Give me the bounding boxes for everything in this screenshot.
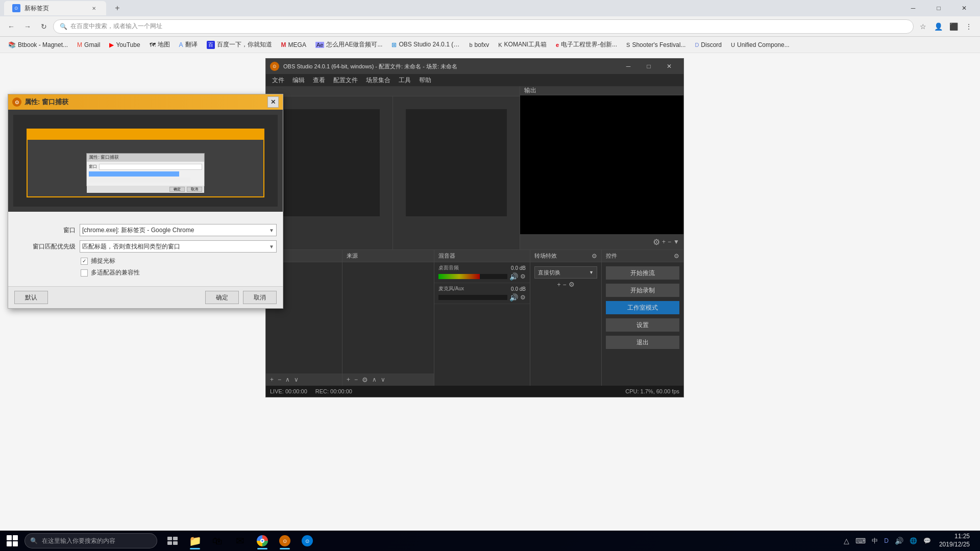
obs-transition-dropdown[interactable]: 直接切换 ▼ [534,266,597,279]
dialog-checkbox2[interactable] [81,269,88,277]
tray-network-icon[interactable]: 🌐 [908,537,919,544]
obs-source-up-icon[interactable]: ∧ [372,376,377,383]
obs-transitions-settings-icon[interactable]: ⚙ [592,253,597,260]
taskbar-search-box[interactable]: 🔍 在这里输入你要搜索的内容 [24,533,157,548]
obs-studio-mode-btn[interactable]: 工作室模式 [606,301,679,314]
obs-menu-edit[interactable]: 编辑 [288,74,309,86]
dialog-preview-content: 属性: 窗口捕获 窗口 [13,115,278,207]
obs-minimize-btn[interactable]: ─ [618,59,639,74]
tab-close-btn[interactable]: ✕ [90,4,98,12]
obs-scene-down-icon[interactable]: ∨ [294,376,299,383]
obs-remove-scene-icon[interactable]: − [668,238,671,245]
browser-minimize-btn[interactable]: ─ [901,0,925,16]
tray-notification-icon[interactable]: 💬 [921,537,933,544]
browser-tab-active[interactable]: ⊙ 新标签页 ✕ [4,1,106,15]
bookmark-gmail[interactable]: M Gmail [73,39,104,51]
taskbar-app-file-explorer[interactable]: 📁 [184,531,206,551]
taskbar-app-mail[interactable]: ✉ [229,531,251,551]
obs-menu-scenes[interactable]: 场景集合 [362,74,395,86]
obs-mic-mute-icon[interactable]: 🔊 [509,293,518,302]
dialog-default-btn[interactable]: 默认 [14,291,48,304]
address-bar[interactable]: 🔍 在百度中搜索，或者输入一个网址 [53,19,914,34]
obs-close-btn[interactable]: ✕ [659,59,679,74]
obs-controls-settings-icon[interactable]: ⚙ [674,253,679,260]
bookmark-mega[interactable]: M MEGA [277,39,310,51]
obs-menu-tools[interactable]: 工具 [395,74,415,86]
bookmark-windows-server-favicon: ⊞ [391,41,397,48]
obs-transition-add-icon[interactable]: + [557,281,560,288]
obs-desktop-mute-icon[interactable]: 🔊 [509,272,518,281]
taskbar-app-chrome[interactable] [251,531,274,551]
obs-arrow-down-icon[interactable]: ▼ [673,238,679,245]
obs-settings-icon[interactable]: ⚙ [653,237,660,247]
menu-icon[interactable]: ⋮ [962,19,976,34]
tray-expand-icon[interactable]: △ [842,537,851,545]
profile-icon[interactable]: 👤 [931,19,945,34]
dialog-checkbox1[interactable] [81,258,88,265]
obs-menu-file[interactable]: 文件 [268,74,288,86]
bookmark-discord[interactable]: D Discord [691,39,726,51]
bookmark-shooter[interactable]: S Shooter's Festival... [622,39,690,51]
bookmark-btbook[interactable]: 📚 Btbook - Magnet... [4,39,72,51]
taskbar-start-button[interactable] [2,531,22,551]
obs-exit-btn[interactable]: 退出 [606,336,679,349]
tray-volume-icon[interactable]: 🔊 [893,537,905,545]
obs-start-stream-btn[interactable]: 开始推流 [606,266,679,280]
obs-settings-btn[interactable]: 设置 [606,318,679,332]
tab-title: 新标签页 [24,4,49,13]
dialog-window-label: 窗口 [14,226,76,235]
obs-menu-profile[interactable]: 配置文件 [329,74,362,86]
dialog-window-dropdown[interactable]: [chrome.exe]: 新标签页 - Google Chrome ▼ [80,224,277,236]
bookmark-star-icon[interactable]: ☆ [916,19,930,34]
bookmark-unified[interactable]: U Unified Compone... [727,39,794,51]
obs-mic-settings-icon[interactable]: ⚙ [520,294,526,301]
dialog-cancel-btn[interactable]: 取消 [243,291,277,304]
obs-source-down-icon[interactable]: ∨ [381,376,385,383]
dialog-confirm-btn[interactable]: 确定 [205,291,239,304]
bookmark-windows-server[interactable]: ⊞ OBS Studio 24.0.1 (64-bit, windows) - … [387,39,464,51]
taskbar-app-extra[interactable]: ⊙ [296,531,318,551]
obs-scene-remove-icon[interactable]: − [278,376,281,383]
dialog-close-btn[interactable]: ✕ [267,96,279,108]
obs-desktop-settings-icon[interactable]: ⚙ [520,273,526,280]
dialog-priority-dropdown[interactable]: 匹配标题，否则查找相同类型的窗口 ▼ [80,240,277,253]
obs-menu-help[interactable]: 帮助 [415,74,435,86]
taskbar-clock[interactable]: 11:25 2019/12/25 [935,533,974,548]
tray-discord-icon[interactable]: D [882,537,891,544]
bookmark-baidu[interactable]: 百 百度一下，你就知道 [203,39,276,51]
bookmark-eefocus[interactable]: e 电子工程世界-创新... [552,39,621,51]
obs-source-remove-icon[interactable]: − [354,376,358,383]
tray-ime-icon[interactable]: 中 [870,537,880,545]
back-button[interactable]: ← [4,19,18,34]
taskbar-app-obs[interactable]: ⊙ [274,531,296,551]
tray-keyboard-icon[interactable]: ⌨ [853,537,868,545]
forward-button[interactable]: → [20,19,35,34]
bookmark-maps[interactable]: 🗺 地图 [145,39,174,51]
obs-add-scene-icon[interactable]: + [662,238,666,245]
obs-menu-view[interactable]: 查看 [309,74,329,86]
taskbar-app-store[interactable]: 🛍 [206,531,229,551]
start-square-3 [7,541,12,546]
obs-maximize-btn[interactable]: □ [639,59,659,74]
bookmark-youtube[interactable]: ▶ YouTube [105,39,144,51]
taskbar-app-task-view[interactable] [161,531,184,551]
obs-transition-remove-icon[interactable]: − [563,281,567,288]
bookmark-komani[interactable]: K KOMANI工具箱 [494,39,551,51]
obs-start-record-btn[interactable]: 开始录制 [606,284,679,297]
obs-source-settings-icon[interactable]: ⚙ [362,376,368,384]
obs-transition-settings-icon[interactable]: ⚙ [569,281,575,288]
task-view-icon [167,537,178,545]
obs-scene-up-icon[interactable]: ∧ [285,376,290,383]
bookmark-bofxv[interactable]: b bofxv [465,39,493,51]
browser-maximize-btn[interactable]: □ [927,0,950,16]
obs-scene-add-icon[interactable]: + [270,376,274,383]
bookmark-ae[interactable]: Ae 怎么用AE做音频可... [311,39,386,51]
obs-source-add-icon[interactable]: + [347,376,350,383]
obs-scene-preview [266,86,520,249]
extensions-icon[interactable]: ⬛ [946,19,961,34]
refresh-button[interactable]: ↻ [37,19,51,34]
bookmark-translate[interactable]: A 翻译 [175,39,202,51]
browser-close-btn[interactable]: ✕ [952,0,976,16]
new-tab-button[interactable]: + [110,1,125,15]
obs-output-panel: 输出 ⚙ + − ▼ [520,86,683,249]
